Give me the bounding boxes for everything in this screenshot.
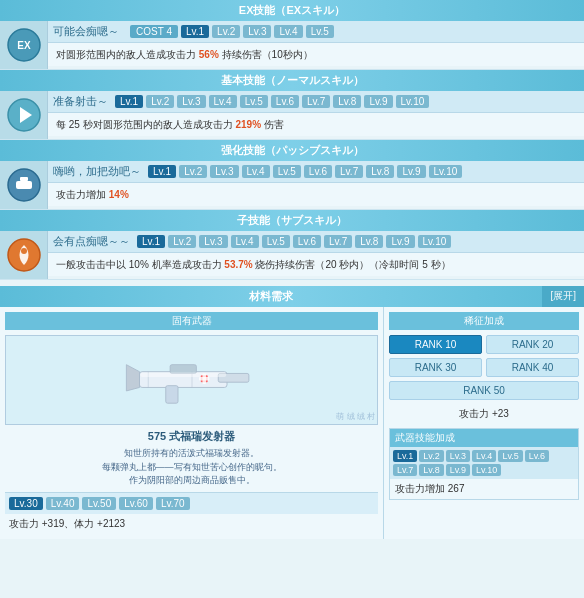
ex-lv1[interactable]: Lv.1: [181, 25, 209, 38]
wlv-50[interactable]: Lv.50: [82, 497, 116, 510]
normal-skill-section: 基本技能（ノーマルスキル） 准备射击～ Lv.1 Lv.2 Lv.3 Lv.4 …: [0, 70, 584, 140]
ex-lv3[interactable]: Lv.3: [243, 25, 271, 38]
sub-skill-header: 子技能（サブスキル）: [0, 210, 584, 231]
ex-skill-content: 可能会痴嗯～ COST 4 Lv.1 Lv.2 Lv.3 Lv.4 Lv.5 对…: [48, 21, 584, 69]
wse-lv5[interactable]: Lv.5: [498, 450, 522, 462]
materials-section: 材料需求 [展开] 固有武器: [0, 286, 584, 539]
passive-skill-name: 嗨哟，加把劲吧～: [53, 164, 141, 179]
ps-lv5[interactable]: Lv.5: [273, 165, 301, 178]
ns-lv8[interactable]: Lv.8: [333, 95, 361, 108]
wlv-70[interactable]: Lv.70: [156, 497, 190, 510]
ss-lv8[interactable]: Lv.8: [355, 235, 383, 248]
ns-lv6[interactable]: Lv.6: [271, 95, 299, 108]
svg-point-8: [21, 248, 27, 254]
wse-lv4[interactable]: Lv.4: [472, 450, 496, 462]
ps-highlight: 14%: [109, 189, 129, 200]
ss-lv7[interactable]: Lv.7: [324, 235, 352, 248]
svg-text:EX: EX: [17, 40, 31, 51]
wlv-60[interactable]: Lv.60: [119, 497, 153, 510]
weapon-desc-line3: 作为阴阳部的周边商品贩售中。: [5, 474, 378, 488]
ex-cost-badge: COST 4: [130, 25, 178, 38]
ns-lv1[interactable]: Lv.1: [115, 95, 143, 108]
rarity-enhance-panel: 稀征加成 RANK 10 RANK 20 RANK 30 RANK 40 RAN…: [384, 307, 584, 539]
ss-lv10[interactable]: Lv.10: [418, 235, 452, 248]
wse-lv10[interactable]: Lv.10: [472, 464, 501, 476]
svg-marker-11: [126, 365, 139, 391]
materials-title: 材料需求: [0, 286, 542, 307]
materials-header: 材料需求 [展开]: [0, 286, 584, 307]
ps-lv8[interactable]: Lv.8: [366, 165, 394, 178]
wlv-30[interactable]: Lv.30: [9, 497, 43, 510]
wlv-40[interactable]: Lv.40: [46, 497, 80, 510]
ns-lv2[interactable]: Lv.2: [146, 95, 174, 108]
sub-skill-name: 会有点痴嗯～～: [53, 234, 130, 249]
materials-body: 固有武器: [0, 307, 584, 539]
ns-lv5[interactable]: Lv.5: [240, 95, 268, 108]
ns-lv7[interactable]: Lv.7: [302, 95, 330, 108]
ss-lv4[interactable]: Lv.4: [231, 235, 259, 248]
ex-skill-icon: EX: [0, 21, 48, 69]
sub-skill-levels-row: 会有点痴嗯～～ Lv.1 Lv.2 Lv.3 Lv.4 Lv.5 Lv.6 Lv…: [48, 231, 584, 253]
ps-lv6[interactable]: Lv.6: [304, 165, 332, 178]
ps-lv1[interactable]: Lv.1: [148, 165, 176, 178]
wse-lv7[interactable]: Lv.7: [393, 464, 417, 476]
wse-lv9[interactable]: Lv.9: [446, 464, 470, 476]
weapon-illustration: [122, 345, 262, 415]
ps-lv9[interactable]: Lv.9: [397, 165, 425, 178]
wse-desc: 攻击力增加 267: [390, 479, 578, 499]
unfold-button[interactable]: [展开]: [542, 286, 584, 307]
ex-skill-desc: 对圆形范围内的敌人造成攻击力 56% 持续伤害（10秒内）: [48, 43, 584, 66]
sub-skill-icon: [0, 231, 48, 279]
ex-lv5[interactable]: Lv.5: [306, 25, 334, 38]
wse-lv1[interactable]: Lv.1: [393, 450, 417, 462]
rank-stat: 攻击力 +23: [389, 405, 579, 423]
weapon-levels-row: Lv.30 Lv.40 Lv.50 Lv.60 Lv.70: [5, 492, 378, 514]
ps-lv2[interactable]: Lv.2: [179, 165, 207, 178]
ss-highlight: 53.7%: [224, 259, 252, 270]
ex-lv2[interactable]: Lv.2: [212, 25, 240, 38]
ss-lv3[interactable]: Lv.3: [199, 235, 227, 248]
wse-lv3[interactable]: Lv.3: [446, 450, 470, 462]
ex-skill-section: EX技能（EXスキル） EX 可能会痴嗯～ COST 4 Lv.1 Lv.2 L…: [0, 0, 584, 70]
passive-skill-icon: [0, 161, 48, 209]
svg-rect-6: [20, 177, 28, 181]
passive-skill-header: 强化技能（パッシブスキル）: [0, 140, 584, 161]
ns-lv4[interactable]: Lv.4: [209, 95, 237, 108]
ss-lv5[interactable]: Lv.5: [262, 235, 290, 248]
ss-lv2[interactable]: Lv.2: [168, 235, 196, 248]
ss-lv6[interactable]: Lv.6: [293, 235, 321, 248]
wse-lv2[interactable]: Lv.2: [419, 450, 443, 462]
weapon-stat-desc: 攻击力 +319、体力 +2123: [5, 514, 378, 534]
wse-lv8[interactable]: Lv.8: [419, 464, 443, 476]
ns-lv10[interactable]: Lv.10: [396, 95, 430, 108]
ns-lv9[interactable]: Lv.9: [364, 95, 392, 108]
weapon-name: 575 式福瑞发射器: [5, 429, 378, 444]
wse-lv6[interactable]: Lv.6: [525, 450, 549, 462]
sub-skill-content: 会有点痴嗯～～ Lv.1 Lv.2 Lv.3 Lv.4 Lv.5 Lv.6 Lv…: [48, 231, 584, 279]
ns-lv3[interactable]: Lv.3: [177, 95, 205, 108]
wse-header: 武器技能加成: [390, 429, 578, 447]
svg-rect-12: [165, 386, 177, 404]
ps-lv4[interactable]: Lv.4: [242, 165, 270, 178]
svg-rect-19: [199, 377, 210, 381]
rank-50-item[interactable]: RANK 50: [389, 381, 579, 400]
normal-skill-name: 准备射击～: [53, 94, 108, 109]
rank-30-item[interactable]: RANK 30: [389, 358, 482, 377]
owned-weapon-title: 固有武器: [5, 312, 378, 330]
rank-10-item[interactable]: RANK 10: [389, 335, 482, 354]
normal-skill-desc: 每 25 秒对圆形范围内的敌人造成攻击力 219% 伤害: [48, 113, 584, 136]
normal-skill-levels-row: 准备射击～ Lv.1 Lv.2 Lv.3 Lv.4 Lv.5 Lv.6 Lv.7…: [48, 91, 584, 113]
rarity-title: 稀征加成: [389, 312, 579, 330]
ss-lv9[interactable]: Lv.9: [386, 235, 414, 248]
sub-skill-section: 子技能（サブスキル） 会有点痴嗯～～ Lv.1 Lv.2 Lv.3 Lv.4 L…: [0, 210, 584, 280]
ps-lv7[interactable]: Lv.7: [335, 165, 363, 178]
passive-skill-desc: 攻击力增加 14%: [48, 183, 584, 206]
ss-lv1[interactable]: Lv.1: [137, 235, 165, 248]
ps-lv3[interactable]: Lv.3: [210, 165, 238, 178]
ex-highlight: 56%: [199, 49, 219, 60]
ps-lv10[interactable]: Lv.10: [429, 165, 463, 178]
rank-20-item[interactable]: RANK 20: [486, 335, 579, 354]
ex-lv4[interactable]: Lv.4: [274, 25, 302, 38]
ex-skill-name: 可能会痴嗯～: [53, 24, 119, 39]
rank-40-item[interactable]: RANK 40: [486, 358, 579, 377]
